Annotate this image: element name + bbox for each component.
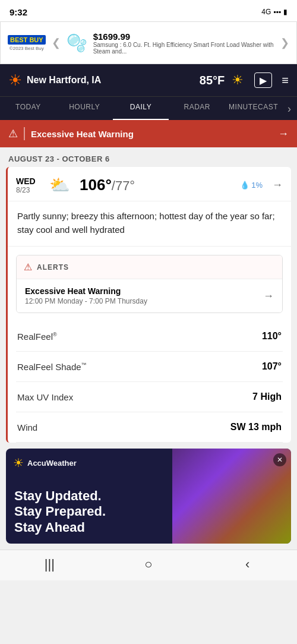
stat-row-realfeel-shade: RealFeel Shade™ 107°: [16, 352, 283, 382]
signal-icon: 4G: [261, 8, 271, 16]
realfeel-shade-value: 107°: [262, 361, 282, 372]
day-weather-icon: ⛅: [49, 175, 70, 195]
warning-divider: [24, 127, 25, 140]
status-time: 9:32: [10, 7, 27, 17]
wind-label: Wind: [17, 422, 37, 433]
tab-daily[interactable]: DAILY: [113, 97, 169, 120]
signal-bars-icon: ▪▪▪: [273, 8, 281, 16]
ad-product-icon: 🫧: [67, 33, 87, 53]
stats-section: RealFeel® 110° RealFeel Shade™ 107° Max …: [8, 321, 291, 443]
day-low-temp: /77°: [112, 178, 135, 193]
nav-recents-button[interactable]: |||: [34, 557, 64, 572]
uv-index-label: Max UV Index: [17, 392, 73, 402]
ad-banner[interactable]: BEST BUY ©2023 Best Buy ❮ 🫧 $1699.99 Sam…: [0, 21, 297, 64]
alerts-label: ALERTS: [37, 263, 69, 272]
bestbuy-tag: BEST BUY: [8, 35, 46, 45]
day-date: 8/23: [16, 186, 40, 194]
header-location: New Hartford, IA: [27, 75, 195, 86]
header-sun-icon: ☀: [8, 71, 22, 90]
alert-time: 12:00 PM Monday - 7:00 PM Thursday: [25, 297, 263, 305]
battery-icon: ▮: [283, 8, 287, 16]
day-temps: 106°/77°: [80, 176, 234, 194]
day-precip-value: 1%: [251, 181, 263, 190]
uv-index-value: 7 High: [252, 392, 282, 402]
nav-back-button[interactable]: ‹: [233, 557, 263, 572]
alert-arrow-icon: →: [263, 290, 274, 302]
ad-right-arrow[interactable]: ❯: [280, 36, 289, 49]
alert-title: Excessive Heat Warning: [25, 286, 263, 296]
tab-hourly[interactable]: HOURLY: [56, 97, 113, 120]
stat-row-wind: Wind SW 13 mph: [16, 412, 283, 443]
tab-minutecast[interactable]: MINUTECAST: [225, 97, 282, 120]
tab-more-icon[interactable]: ›: [282, 97, 297, 120]
ad-price: $1699.99: [93, 31, 274, 42]
warning-text: Excessive Heat Warning: [31, 129, 272, 139]
day-name: WED: [16, 176, 40, 186]
ad-content: $1699.99 Samsung : 6.0 Cu. Ft. High Effi…: [93, 31, 274, 55]
header-menu-icon[interactable]: ≡: [282, 74, 289, 87]
day-label: WED 8/23: [16, 176, 40, 194]
accuweather-sun-icon: ☀: [13, 456, 24, 470]
warning-arrow-icon: →: [278, 128, 289, 140]
nav-tabs: TODAY HOURLY DAILY RADAR MINUTECAST ›: [0, 96, 297, 120]
app-header: ☀ New Hartford, IA 85°F ☀ ▶ ≡: [0, 64, 297, 96]
raindrop-icon: 💧: [240, 181, 249, 190]
day-expand-arrow[interactable]: →: [272, 179, 283, 191]
stat-row-uv: Max UV Index 7 High: [16, 382, 283, 412]
day-precip: 💧 1%: [240, 181, 263, 190]
tab-radar[interactable]: RADAR: [169, 97, 225, 120]
day-high-temp: 106°: [80, 176, 112, 194]
alerts-header: ⚠ ALERTS: [17, 255, 282, 279]
warning-banner[interactable]: ⚠ Excessive Heat Warning →: [0, 120, 297, 147]
bestbuy-logo: BEST BUY ©2023 Best Buy: [8, 35, 46, 51]
ad-map-visual: [172, 449, 291, 544]
header-temperature: 85°F: [200, 74, 225, 87]
bottom-nav: ||| ○ ‹: [0, 550, 297, 580]
alert-item-content: Excessive Heat Warning 12:00 PM Monday -…: [25, 286, 263, 305]
ad-description: Samsung : 6.0 Cu. Ft. High Efficiency Sm…: [93, 42, 274, 55]
status-icons: 4G ▪▪▪ ▮: [261, 8, 287, 16]
accuweather-logo: ☀ AccuWeather: [13, 456, 77, 470]
tab-today[interactable]: TODAY: [0, 97, 56, 120]
day-description: Partly sunny; breezy this afternoon; hot…: [8, 201, 291, 247]
alerts-section: ⚠ ALERTS Excessive Heat Warning 12:00 PM…: [16, 255, 283, 313]
realfeel-value: 110°: [262, 331, 282, 342]
day-header: WED 8/23 ⛅ 106°/77° 💧 1% →: [8, 167, 291, 201]
header-sun2-icon: ☀: [232, 72, 244, 88]
realfeel-shade-label: RealFeel Shade™: [17, 362, 87, 372]
ad-left-arrow[interactable]: ❮: [52, 36, 61, 49]
bestbuy-copyright: ©2023 Best Buy: [10, 46, 44, 51]
alert-item[interactable]: Excessive Heat Warning 12:00 PM Monday -…: [17, 279, 282, 312]
date-range: AUGUST 23 - OCTOBER 6: [0, 147, 297, 167]
nav-home-button[interactable]: ○: [134, 557, 163, 572]
header-play-button[interactable]: ▶: [254, 72, 272, 88]
ad-close-button[interactable]: ✕: [273, 453, 286, 466]
realfeel-label: RealFeel®: [17, 332, 57, 342]
warning-triangle-icon: ⚠: [8, 127, 18, 140]
accuweather-brand-name: AccuWeather: [27, 459, 77, 468]
daily-card: WED 8/23 ⛅ 106°/77° 💧 1% → Partly sunny;…: [6, 167, 291, 443]
wind-value: SW 13 mph: [230, 422, 282, 433]
bottom-ad[interactable]: ✕ ☀ AccuWeather Stay Updated.Stay Prepar…: [6, 449, 291, 544]
status-bar: 9:32 4G ▪▪▪ ▮: [0, 0, 297, 21]
alerts-triangle-icon: ⚠: [24, 261, 32, 273]
stat-row-realfeel: RealFeel® 110°: [16, 321, 283, 352]
